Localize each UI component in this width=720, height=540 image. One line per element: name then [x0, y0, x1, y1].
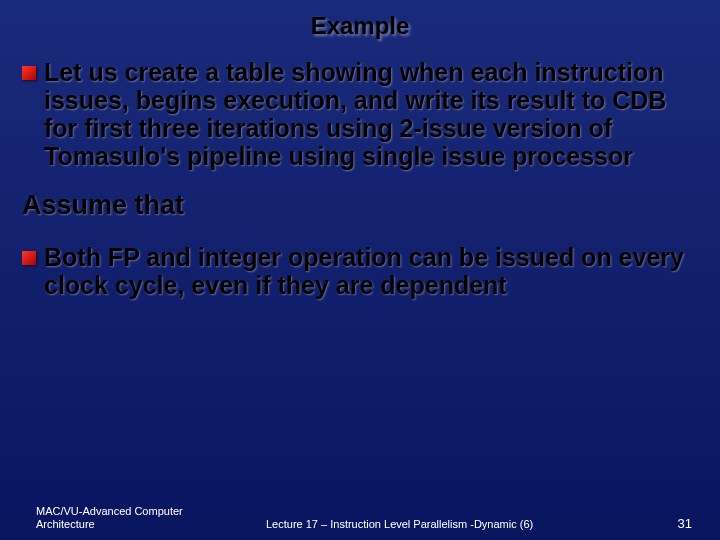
footer-center: Lecture 17 – Instruction Level Paralleli…: [236, 518, 632, 532]
bullet-text: Both FP and integer operation can be iss…: [44, 243, 698, 299]
slide-title: Example: [0, 0, 720, 58]
bullet-text: Let us create a table showing when each …: [44, 58, 698, 170]
bullet-item: Let us create a table showing when each …: [22, 58, 698, 170]
slide-content: Let us create a table showing when each …: [0, 58, 720, 299]
footer-left: MAC/VU-Advanced Computer Architecture: [36, 505, 236, 533]
footer-page-number: 31: [632, 516, 692, 532]
bullet-item: Both FP and integer operation can be iss…: [22, 243, 698, 299]
bullet-icon: [22, 251, 36, 265]
slide-footer: MAC/VU-Advanced Computer Architecture Le…: [0, 505, 720, 533]
bullet-icon: [22, 66, 36, 80]
subheading: Assume that: [22, 190, 698, 221]
